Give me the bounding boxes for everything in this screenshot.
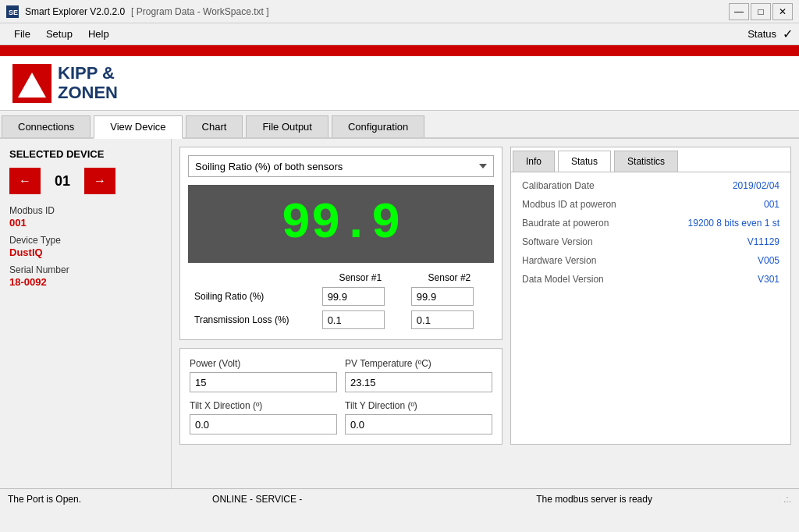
baudrate-label: Baudrate at poweron [522,218,609,229]
svg-text:SE: SE [9,9,18,16]
tab-info[interactable]: Info [513,151,555,172]
tabs-bar: Connections View Device Chart File Outpu… [0,111,799,139]
col-header-s2: Sensor #2 [405,271,494,285]
sensor-display: 99.9 [188,185,494,263]
sensor-value: 99.9 [281,196,401,252]
prev-device-button[interactable]: ← [9,168,41,194]
main-content: SELECTED DEVICE ← 01 → Modbus ID 001 Dev… [0,139,799,488]
dual-panel: Soiling Ratio (%) of both sensors 99.9 S… [179,147,791,445]
sensor-dropdown[interactable]: Soiling Ratio (%) of both sensors [188,155,494,177]
logo-text: KIPP & ZONEN [58,64,118,101]
file-title: [ Program Data - WorkSpace.txt ] [131,6,269,17]
info-row-calibration: Calibaration Date 2019/02/04 [522,180,779,191]
info-row-hardware: Hardware Version V005 [522,255,779,266]
status-check-icon: ✓ [783,27,793,41]
power-label: Power (Volt) [190,358,337,369]
status-area: Status ✓ [748,27,793,41]
sensor-section: Soiling Ratio (%) of both sensors 99.9 S… [179,147,502,445]
transmission-loss-s1-cell [316,308,405,332]
menu-help[interactable]: Help [80,25,117,43]
soiling-ratio-s2-input[interactable] [411,287,474,306]
minimize-button[interactable]: — [729,3,749,20]
baudrate-value: 19200 8 bits even 1 st [688,218,779,229]
status-label: Status [748,28,776,40]
logo-container: KIPP & ZONEN [12,64,118,103]
bottom-bar: The Port is Open. ONLINE - SERVICE - The… [0,488,799,509]
transmission-loss-s2-cell [405,308,494,332]
app-title: Smart Explorer V2.0.2.0 [25,6,125,17]
transmission-loss-label: Transmission Loss (%) [188,308,316,332]
maximize-button[interactable]: □ [751,3,771,20]
tilt-y-input[interactable] [345,414,492,434]
tilt-x-input[interactable] [190,414,337,434]
info-panel: Info Status Statistics Calibaration Date… [510,147,791,445]
serial-number-value: 18-0092 [9,276,162,288]
soiling-ratio-s2-cell [405,285,494,308]
connection-status: ONLINE - SERVICE - [212,494,302,505]
tab-chart[interactable]: Chart [186,115,243,137]
tab-connections[interactable]: Connections [2,115,91,137]
device-type-value: DustIQ [9,246,162,258]
modbus-id-value: 001 [9,217,162,229]
info-content: Calibaration Date 2019/02/04 Modbus ID a… [511,172,790,300]
logo-bar: KIPP & ZONEN [0,56,799,111]
window-controls: — □ ✕ [729,3,793,20]
sensor-dropdown-row: Soiling Ratio (%) of both sensors [188,155,494,177]
readings-table: Sensor #1 Sensor #2 Soiling Ratio (%) [188,271,494,332]
sensor-panel: Soiling Ratio (%) of both sensors 99.9 S… [179,147,502,340]
info-row-modbus: Modbus ID at poweron 001 [522,199,779,210]
serial-number-label: Serial Number [9,264,162,275]
lower-panel: Power (Volt) PV Temperature (ºC) Tilt X … [179,348,502,445]
title-bar-left: SE Smart Explorer V2.0.2.0 [ Program Dat… [6,5,269,18]
bottom-status-row: ONLINE - SERVICE - The modbus server is … [212,494,652,505]
lower-grid: Power (Volt) PV Temperature (ºC) Tilt X … [190,358,492,434]
pv-temp-field-group: PV Temperature (ºC) [345,358,492,392]
logo-icon [12,64,51,103]
info-tabs: Info Status Statistics [511,147,790,172]
power-field-group: Power (Volt) [190,358,337,392]
transmission-loss-s2-input[interactable] [411,310,474,329]
col-header-s1: Sensor #1 [316,271,405,285]
tab-configuration[interactable]: Configuration [332,115,424,137]
tilt-x-label: Tilt X Direction (º) [190,400,337,411]
port-status: The Port is Open. [8,494,81,505]
device-nav: ← 01 → [9,168,162,194]
modbus-status: The modbus server is ready [536,494,652,505]
tilt-x-field-group: Tilt X Direction (º) [190,400,337,434]
menu-file[interactable]: File [6,25,38,43]
info-row-software: Software Version V11129 [522,236,779,247]
device-type-label: Device Type [9,235,162,246]
modbus-id-label: Modbus ID [9,205,162,216]
data-model-label: Data Model Version [522,274,604,285]
hardware-version-value: V005 [758,255,779,266]
hardware-version-label: Hardware Version [522,255,596,266]
menu-setup[interactable]: Setup [38,25,80,43]
info-row-baudrate: Baudrate at poweron 19200 8 bits even 1 … [522,218,779,229]
tab-file-output[interactable]: File Output [246,115,328,137]
modbus-poweron-value: 001 [764,199,779,210]
app-icon: SE [6,5,19,18]
tilt-y-field-group: Tilt Y Direction (º) [345,400,492,434]
next-device-button[interactable]: → [84,168,115,194]
software-version-value: V11129 [748,236,779,247]
tilt-y-label: Tilt Y Direction (º) [345,400,492,411]
tab-status[interactable]: Status [558,151,611,172]
table-row: Soiling Ratio (%) [188,285,494,308]
soiling-ratio-s1-cell [316,285,405,308]
soiling-ratio-label: Soiling Ratio (%) [188,285,316,308]
red-banner [0,45,799,56]
power-input[interactable] [190,372,337,392]
close-button[interactable]: ✕ [772,3,793,20]
transmission-loss-s1-input[interactable] [322,310,385,329]
software-version-label: Software Version [522,236,593,247]
device-number: 01 [47,173,78,190]
tab-statistics[interactable]: Statistics [614,151,678,172]
right-panel: Soiling Ratio (%) of both sensors 99.9 S… [172,139,799,488]
pv-temp-input[interactable] [345,372,492,392]
dots-icon: .:. [783,494,791,505]
tab-view-device[interactable]: View Device [94,115,182,139]
pv-temp-label: PV Temperature (ºC) [345,358,492,369]
info-row-data-model: Data Model Version V301 [522,274,779,285]
data-model-value: V301 [758,274,779,285]
soiling-ratio-s1-input[interactable] [322,287,385,306]
